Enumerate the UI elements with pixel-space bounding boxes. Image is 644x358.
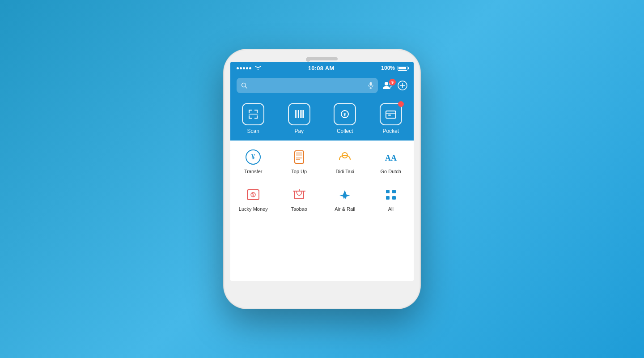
search-icon (241, 82, 247, 89)
svg-rect-17 (257, 115, 258, 119)
service-go-dutch[interactable]: AA Go Dutch (368, 145, 414, 177)
status-right: 100% (381, 65, 407, 71)
svg-text:¥: ¥ (252, 192, 254, 197)
search-bar[interactable] (237, 78, 378, 93)
svg-rect-44 (392, 196, 396, 200)
pocket-label: Pocket (382, 128, 399, 134)
service-didi[interactable]: Didi Taxi (322, 145, 368, 177)
scan-icon (242, 103, 264, 125)
svg-rect-22 (300, 110, 301, 118)
svg-rect-28 (388, 115, 391, 116)
pocket-icon (380, 103, 402, 125)
service-transfer[interactable]: ¥ Transfer (230, 145, 276, 177)
speaker-bar (306, 57, 338, 60)
header-row: 9 (237, 78, 407, 93)
action-pocket[interactable]: Pocket (368, 103, 414, 134)
svg-rect-32 (296, 152, 302, 156)
air-rail-label: Air & Rail (335, 206, 355, 212)
pocket-badge (398, 101, 404, 107)
phone-screen: 10:08 AM 100% (230, 62, 414, 281)
service-air-rail[interactable]: Air & Rail (322, 183, 368, 215)
lucky-money-icon: ¥ (244, 185, 263, 204)
services-grid: ¥ Transfer Top Up (230, 145, 414, 215)
svg-rect-42 (392, 190, 396, 193)
transfer-icon: ¥ (244, 148, 263, 166)
action-collect[interactable]: ¥ Collect (322, 103, 368, 134)
service-all[interactable]: All (368, 183, 414, 215)
battery-icon (398, 66, 407, 71)
pay-label: Pay (294, 128, 304, 134)
phone-shell: 10:08 AM 100% (224, 49, 420, 309)
svg-text:¥: ¥ (251, 153, 255, 161)
transfer-label: Transfer (244, 169, 263, 175)
collect-icon: ¥ (334, 103, 356, 125)
svg-rect-11 (249, 110, 250, 113)
didi-icon (335, 148, 354, 166)
svg-rect-13 (257, 110, 258, 113)
svg-line-1 (246, 87, 247, 89)
svg-text:AA: AA (385, 153, 397, 162)
taobao-label: Taobao (291, 206, 307, 212)
battery-percent: 100% (381, 65, 395, 71)
contacts-badge: 9 (389, 79, 396, 85)
app-header: 9 (230, 74, 414, 98)
status-time: 10:08 AM (308, 65, 335, 72)
status-bar: 10:08 AM 100% (230, 62, 414, 74)
contacts-icon[interactable]: 9 (382, 81, 393, 90)
lucky-money-label: Lucky Money (239, 206, 268, 212)
svg-text:¥: ¥ (343, 111, 347, 118)
taobao-icon (290, 185, 309, 204)
add-icon[interactable] (398, 81, 407, 90)
service-lucky-money[interactable]: ¥ Lucky Money (230, 183, 276, 215)
svg-rect-23 (301, 110, 303, 118)
quick-actions: Scan Pay (230, 98, 414, 141)
go-dutch-icon: AA (381, 148, 400, 166)
svg-rect-19 (295, 110, 296, 118)
all-icon (381, 185, 400, 204)
air-rail-icon (335, 185, 354, 204)
mic-icon (368, 82, 373, 89)
svg-rect-21 (298, 110, 299, 118)
svg-rect-36 (342, 155, 347, 156)
services-section: ¥ Transfer Top Up (230, 141, 414, 219)
scan-label: Scan (247, 128, 259, 134)
svg-rect-43 (386, 196, 390, 200)
svg-rect-20 (297, 110, 297, 118)
topup-label: Top Up (291, 169, 307, 175)
svg-rect-41 (386, 190, 390, 193)
signal-dots (237, 67, 251, 69)
collect-label: Collect (337, 128, 353, 134)
pay-icon (288, 103, 310, 125)
service-topup[interactable]: Top Up (276, 145, 322, 177)
svg-rect-2 (370, 82, 372, 86)
svg-rect-27 (386, 111, 396, 118)
svg-rect-15 (249, 115, 250, 119)
all-label: All (388, 206, 394, 212)
didi-label: Didi Taxi (336, 169, 354, 175)
svg-rect-24 (303, 110, 304, 118)
action-scan[interactable]: Scan (230, 103, 276, 134)
service-taobao[interactable]: Taobao (276, 183, 322, 215)
topup-icon (290, 148, 309, 166)
go-dutch-label: Go Dutch (381, 169, 401, 175)
phone-top-bar (224, 49, 420, 55)
status-left (237, 66, 261, 70)
action-pay[interactable]: Pay (276, 103, 322, 134)
wifi-icon (255, 66, 261, 70)
svg-point-5 (385, 82, 388, 85)
